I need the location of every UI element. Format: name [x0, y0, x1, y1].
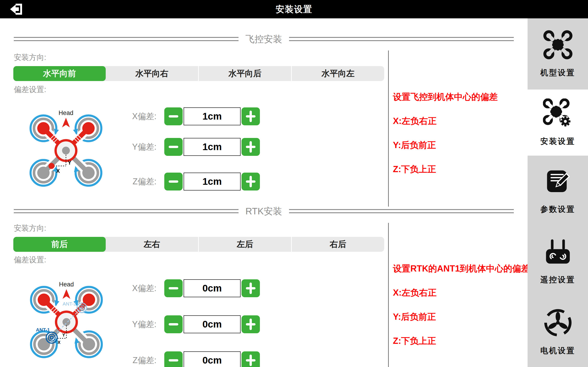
sidebar-item-remote-control[interactable]: 遥控设置: [527, 226, 588, 297]
rtk-x-offset-input[interactable]: 0cm: [184, 279, 241, 297]
rtk-help-line: Z:下负上正: [393, 336, 522, 346]
fc-orientation-tabs: 水平向前 水平向右 水平向后 水平向左: [13, 66, 384, 81]
fc-offset-label: 偏差设置:: [14, 84, 46, 95]
fc-z-minus-button[interactable]: [164, 173, 183, 191]
rtk-y-offset-input[interactable]: 0cm: [184, 315, 241, 333]
rtk-offset-label: 偏差设置:: [14, 255, 46, 265]
rtk-offset-diagram: Head ANT-2 ANT-1 Y X: [30, 280, 103, 359]
header-rule-left: [14, 209, 239, 213]
fc-x-offset-input[interactable]: 1cm: [184, 108, 241, 125]
sidebar-item-parameter-settings[interactable]: 参数设置: [527, 156, 588, 226]
fc-z-offset-input[interactable]: 1cm: [184, 173, 241, 191]
rtk-help-line: 设置RTK的ANT1到机体中心的偏差: [393, 264, 522, 274]
remote-controller-icon: [544, 238, 572, 267]
rtk-x-minus-button[interactable]: [164, 279, 183, 297]
fc-position-dot: [49, 163, 54, 169]
ant2-label: ANT-2: [62, 301, 76, 306]
header-rule-right: [289, 209, 514, 213]
sidebar-label: 参数设置: [540, 204, 575, 215]
axis-x-label: X: [58, 340, 61, 345]
section-divider: [388, 50, 389, 207]
fc-help-line: 设置飞控到机体中心的偏差: [393, 92, 522, 102]
rtk-z-offset-label: Z偏差:: [105, 355, 156, 366]
quadcopter-gear-icon: [543, 99, 573, 128]
fc-z-offset-row: Z偏差: 1cm: [105, 172, 260, 191]
fc-y-minus-button[interactable]: [164, 138, 183, 156]
header-rule-right: [289, 37, 514, 41]
head-arrow-icon: [62, 289, 70, 299]
ant1-label: ANT-1: [36, 327, 50, 332]
fc-y-plus-button[interactable]: [242, 138, 260, 156]
sidebar-item-motor-settings[interactable]: 电机设置: [527, 297, 588, 367]
rtk-y-plus-button[interactable]: [242, 315, 260, 333]
head-label: Head: [59, 281, 74, 288]
section-title-rtk: RTK安装: [244, 205, 283, 217]
fc-x-minus-button[interactable]: [164, 108, 183, 125]
fc-help-text: 设置飞控到机体中心的偏差 X:左负右正 Y:后负前正 Z:下负上正: [393, 92, 522, 188]
fc-help-line: X:左负右正: [393, 116, 522, 126]
rtk-z-offset-row: Z偏差: 0cm: [105, 351, 260, 367]
rtk-y-minus-button[interactable]: [164, 315, 183, 333]
rtk-y-offset-label: Y偏差:: [105, 319, 156, 330]
rtk-z-minus-button[interactable]: [164, 351, 183, 367]
fc-offset-diagram: Head Y X: [29, 108, 103, 187]
document-pencil-icon: [544, 167, 572, 196]
rtk-x-offset-label: X偏差:: [105, 283, 156, 294]
tab-fc-horizontal-right[interactable]: 水平向右: [106, 66, 198, 81]
fc-z-offset-label: Z偏差:: [105, 176, 156, 187]
section-divider: [388, 223, 389, 367]
tab-fc-horizontal-back[interactable]: 水平向后: [198, 66, 291, 81]
quadcopter-icon: [543, 30, 573, 60]
rtk-x-offset-row: X偏差: 0cm: [105, 279, 260, 297]
rtk-z-offset-input[interactable]: 0cm: [184, 351, 241, 367]
tab-rtk-right-back[interactable]: 右后: [291, 237, 384, 252]
sidebar-label: 遥控设置: [540, 275, 575, 285]
sidebar-item-aircraft-model[interactable]: 机型设置: [527, 18, 588, 90]
propeller-icon: [543, 308, 573, 338]
header-rule-left: [14, 37, 239, 41]
section-header-rtk: RTK安装: [14, 206, 514, 216]
fc-x-offset-row: X偏差: 1cm: [105, 107, 260, 125]
fc-direction-label: 安装方向:: [14, 52, 46, 63]
axis-x-label: X: [56, 168, 60, 174]
rtk-z-plus-button[interactable]: [242, 351, 260, 367]
rtk-y-offset-row: Y偏差: 0cm: [105, 315, 260, 334]
fc-x-offset-label: X偏差:: [105, 111, 156, 122]
head-label: Head: [59, 109, 74, 116]
sidebar-label: 安装设置: [540, 136, 575, 147]
topbar: 安装设置: [0, 0, 588, 18]
fc-y-offset-row: Y偏差: 1cm: [105, 138, 260, 156]
rtk-help-line: X:左负右正: [393, 288, 522, 298]
fc-help-line: Y:后负前正: [393, 140, 522, 150]
gear-icon: [560, 116, 571, 127]
tab-rtk-front-back[interactable]: 前后: [13, 237, 106, 252]
section-header-fc: 飞控安装: [14, 34, 514, 44]
sidebar-label: 机型设置: [540, 67, 575, 78]
rtk-direction-label: 安装方向:: [14, 223, 46, 234]
rtk-orientation-tabs: 前后 左右 左后 右后: [13, 237, 384, 252]
tab-fc-horizontal-forward[interactable]: 水平向前: [13, 66, 106, 81]
rtk-x-plus-button[interactable]: [242, 279, 260, 297]
fc-help-line: Z:下负上正: [393, 164, 522, 175]
sidebar-item-install-settings[interactable]: 安装设置: [527, 90, 588, 156]
page-title: 安装设置: [0, 0, 588, 18]
fc-z-plus-button[interactable]: [242, 173, 260, 191]
section-title-fc: 飞控安装: [244, 33, 284, 45]
tab-fc-horizontal-left[interactable]: 水平向左: [291, 66, 384, 81]
axis-y-label: Y: [68, 160, 71, 166]
axis-y-label: Y: [62, 333, 65, 337]
tab-rtk-left-back[interactable]: 左后: [198, 237, 291, 252]
fc-x-plus-button[interactable]: [242, 108, 260, 125]
settings-sidebar: 机型设置: [527, 18, 588, 367]
sidebar-label: 电机设置: [540, 345, 575, 356]
rtk-help-text: 设置RTK的ANT1到机体中心的偏差 X:左负右正 Y:后负前正 Z:下负上正: [393, 264, 522, 360]
head-arrow-icon: [62, 118, 70, 127]
main-content: 飞控安装 安装方向: 水平向前 水平向右 水平向后 水平向左 偏差设置:: [0, 18, 527, 367]
tab-rtk-left-right[interactable]: 左右: [106, 237, 198, 252]
fc-y-offset-input[interactable]: 1cm: [184, 138, 241, 156]
fc-y-offset-label: Y偏差:: [105, 141, 156, 153]
rtk-help-line: Y:后负前正: [393, 312, 522, 322]
